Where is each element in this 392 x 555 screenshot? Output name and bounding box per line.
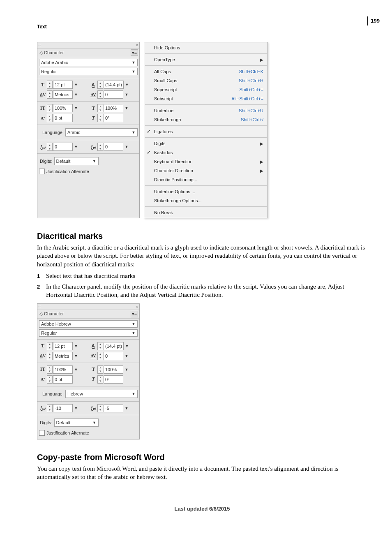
language-field[interactable]: Arabic ▼ bbox=[65, 128, 138, 136]
menu-no-break[interactable]: No Break bbox=[144, 208, 267, 217]
close-icon[interactable]: × bbox=[136, 305, 138, 309]
justification-alternate-checkbox[interactable] bbox=[39, 430, 45, 436]
hdiac-stepper[interactable]: ▲▼ bbox=[47, 143, 53, 151]
chevron-down-icon[interactable]: ▼ bbox=[73, 353, 79, 359]
vscale-stepper[interactable]: ▲▼ bbox=[47, 365, 53, 374]
hdiac-field[interactable]: -10 bbox=[53, 404, 73, 412]
digits-field[interactable]: Default ▼ bbox=[54, 157, 99, 165]
menu-all-caps[interactable]: All CapsShift+Ctrl+K bbox=[144, 67, 267, 76]
hscale-field[interactable]: 100% bbox=[104, 365, 123, 374]
menu-strikethrough-options[interactable]: Strikethrough Options... bbox=[144, 196, 267, 205]
digits-label: Digits: bbox=[39, 420, 53, 425]
chevron-down-icon[interactable]: ▼ bbox=[124, 366, 129, 373]
leading-stepper[interactable]: ▲▼ bbox=[97, 81, 103, 89]
step-text: In the Character panel, modify the posit… bbox=[46, 282, 367, 299]
digits-value: Default bbox=[56, 420, 71, 425]
hscale-stepper[interactable]: ▲▼ bbox=[97, 365, 103, 374]
font-size-field[interactable]: 12 pt bbox=[53, 81, 73, 89]
font-family-field[interactable]: Adobe Hebrew ▼ bbox=[39, 320, 138, 328]
menu-subscript[interactable]: SubscriptAlt+Shift+Ctrl+= bbox=[144, 94, 267, 103]
collapse-arrows-icon[interactable]: ‹‹ bbox=[39, 44, 41, 47]
chevron-down-icon: ▼ bbox=[131, 321, 136, 327]
justification-alternate-checkbox[interactable] bbox=[39, 169, 45, 174]
chevron-down-icon[interactable]: ▼ bbox=[73, 105, 79, 111]
menu-underline[interactable]: UnderlineShift+Ctrl+U bbox=[144, 106, 267, 115]
menu-small-caps[interactable]: Small CapsShift+Ctrl+H bbox=[144, 76, 267, 85]
skew-field[interactable]: 0° bbox=[104, 114, 123, 122]
kerning-stepper[interactable]: ▲▼ bbox=[47, 352, 53, 360]
tracking-stepper[interactable]: ▲▼ bbox=[97, 352, 103, 360]
tracking-field[interactable]: 0 bbox=[104, 90, 123, 99]
chevron-down-icon[interactable]: ▼ bbox=[73, 91, 79, 98]
chevron-down-icon[interactable]: ▼ bbox=[124, 105, 129, 111]
chevron-down-icon[interactable]: ▼ bbox=[124, 353, 129, 359]
kerning-stepper[interactable]: ▲▼ bbox=[47, 90, 53, 99]
chevron-down-icon: ▼ bbox=[92, 419, 97, 426]
kerning-field[interactable]: Metrics bbox=[53, 90, 73, 99]
chevron-down-icon[interactable]: ▼ bbox=[124, 143, 129, 150]
hdiac-field[interactable]: 0 bbox=[53, 143, 73, 151]
chevron-down-icon[interactable]: ▼ bbox=[73, 81, 79, 88]
vscale-stepper[interactable]: ▲▼ bbox=[47, 104, 53, 112]
menu-superscript[interactable]: SuperscriptShift+Ctrl+= bbox=[144, 85, 267, 94]
baseline-field[interactable]: 0 pt bbox=[53, 114, 73, 122]
tracking-stepper[interactable]: ▲▼ bbox=[97, 90, 103, 99]
menu-strikethrough[interactable]: StrikethroughShift+Ctrl+/ bbox=[144, 115, 267, 124]
panel-menu-icon[interactable]: ▾≡ bbox=[131, 49, 138, 56]
menu-character-direction[interactable]: Character Direction▶ bbox=[144, 166, 267, 175]
menu-kashidas[interactable]: ✓Kashidas bbox=[144, 148, 267, 157]
skew-field[interactable]: 0° bbox=[104, 375, 123, 384]
digits-value: Default bbox=[56, 159, 71, 164]
tracking-field[interactable]: 0 bbox=[104, 352, 123, 360]
menu-ligatures[interactable]: ✓Ligatures bbox=[144, 127, 267, 136]
chevron-down-icon[interactable]: ▼ bbox=[73, 405, 79, 412]
font-family-field[interactable]: Adobe Arabic ▼ bbox=[39, 59, 138, 66]
kerning-field[interactable]: Metrics bbox=[53, 352, 73, 360]
vdiac-field[interactable]: -5 bbox=[104, 404, 123, 412]
baseline-field[interactable]: 0 pt bbox=[53, 375, 73, 384]
vscale-field[interactable]: 100% bbox=[53, 365, 73, 374]
chevron-down-icon[interactable]: ▼ bbox=[124, 81, 130, 88]
character-panel-hebrew: ‹‹ × ◇ Character ▾≡ Adobe Hebrew ▼ Regul… bbox=[37, 303, 140, 439]
baseline-stepper[interactable]: ▲▼ bbox=[47, 114, 53, 122]
chevron-down-icon[interactable]: ▼ bbox=[124, 91, 129, 98]
baseline-stepper[interactable]: ▲▼ bbox=[47, 375, 53, 384]
hscale-field[interactable]: 100% bbox=[104, 104, 123, 112]
tracking-icon: AV bbox=[90, 91, 97, 98]
menu-keyboard-direction[interactable]: Keyboard Direction▶ bbox=[144, 157, 267, 166]
size-stepper[interactable]: ▲▼ bbox=[47, 342, 53, 350]
font-style-field[interactable]: Regular ▼ bbox=[39, 329, 138, 337]
hscale-stepper[interactable]: ▲▼ bbox=[97, 104, 103, 112]
menu-hide-options[interactable]: Hide Options bbox=[144, 43, 267, 52]
vdiac-field[interactable]: 0 bbox=[104, 143, 123, 151]
menu-underline-options[interactable]: Underline Options.... bbox=[144, 187, 267, 196]
skew-stepper[interactable]: ▲▼ bbox=[97, 375, 103, 384]
vscale-field[interactable]: 100% bbox=[53, 104, 73, 112]
leading-icon: A̲ bbox=[90, 342, 97, 350]
chevron-down-icon[interactable]: ▼ bbox=[124, 343, 130, 349]
leading-field[interactable]: (14.4 pt) bbox=[104, 81, 124, 89]
skew-stepper[interactable]: ▲▼ bbox=[97, 114, 103, 122]
vdiac-stepper[interactable]: ▲▼ bbox=[97, 143, 103, 151]
kerning-icon: A̲V bbox=[39, 352, 46, 360]
panel-menu-icon[interactable]: ▾≡ bbox=[131, 311, 138, 317]
chevron-down-icon[interactable]: ▼ bbox=[73, 143, 79, 150]
language-field[interactable]: Hebrew ▼ bbox=[65, 390, 138, 398]
font-style-field[interactable]: Regular ▼ bbox=[39, 68, 138, 75]
font-size-field[interactable]: 12 pt bbox=[53, 342, 73, 350]
menu-opentype[interactable]: OpenType▶ bbox=[144, 55, 267, 64]
collapse-arrows-icon[interactable]: ‹‹ bbox=[39, 305, 41, 308]
chevron-down-icon[interactable]: ▼ bbox=[73, 343, 79, 349]
menu-diacritic-positioning[interactable]: Diacritic Positioning... bbox=[144, 175, 267, 184]
chevron-down-icon[interactable]: ▼ bbox=[124, 405, 129, 412]
chevron-down-icon[interactable]: ▼ bbox=[73, 366, 79, 373]
hdiac-stepper[interactable]: ▲▼ bbox=[47, 404, 53, 412]
close-icon[interactable]: × bbox=[136, 43, 138, 47]
vdiac-stepper[interactable]: ▲▼ bbox=[97, 404, 103, 412]
skew-icon: T bbox=[90, 114, 97, 122]
leading-stepper[interactable]: ▲▼ bbox=[97, 342, 103, 350]
size-stepper[interactable]: ▲▼ bbox=[47, 81, 53, 89]
menu-digits[interactable]: Digits▶ bbox=[144, 139, 267, 148]
digits-field[interactable]: Default ▼ bbox=[54, 419, 99, 427]
leading-field[interactable]: (14.4 pt) bbox=[104, 342, 124, 350]
